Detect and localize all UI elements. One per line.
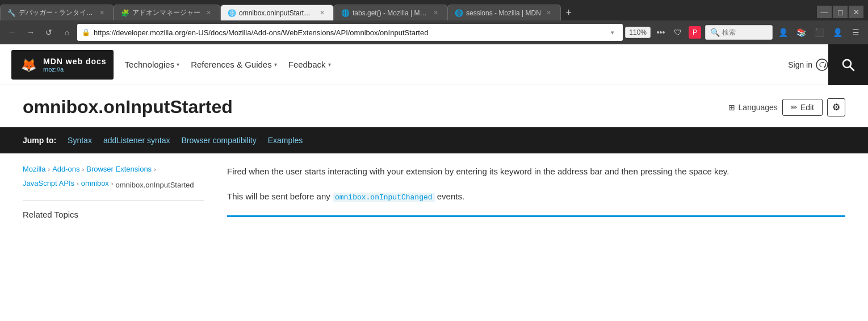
tab-4-icon: 🌐	[341, 9, 349, 17]
bookmarks-button[interactable]: 📚	[793, 24, 809, 40]
breadcrumb-js-apis[interactable]: JavaScript APIs	[23, 179, 74, 187]
github-icon	[816, 59, 828, 71]
nav-technologies-arrow: ▾	[177, 61, 179, 68]
paragraph2-before: This will be sent before any	[227, 191, 333, 201]
sign-in-button[interactable]: Sign in	[788, 59, 828, 71]
url-display: https://developer.mozilla.org/en-US/docs…	[94, 28, 603, 37]
user-icon-button[interactable]: 👤	[775, 24, 791, 40]
tab-1[interactable]: 🔧 デバッガー - ランタイム / this-firefc ✕	[0, 5, 114, 20]
url-dropdown-icon[interactable]: ▾	[607, 27, 618, 38]
jump-addlistener[interactable]: addListener syntax	[103, 136, 170, 145]
forward-button[interactable]: →	[23, 24, 39, 40]
jump-examples[interactable]: Examples	[268, 136, 303, 145]
breadcrumb-omnibox[interactable]: omnibox	[81, 179, 109, 187]
nav-technologies[interactable]: Technologies ▾	[125, 57, 180, 72]
omnibox-code-ref[interactable]: omnibox.onInputChanged	[333, 193, 435, 202]
content-area: Fired when the user starts interacting w…	[216, 165, 868, 219]
search-input[interactable]	[722, 28, 768, 36]
profile-button[interactable]: 👤	[829, 24, 845, 40]
tab-2-close[interactable]: ✕	[204, 9, 213, 18]
languages-grid-icon: ⊞	[728, 103, 735, 112]
mdn-navigation: Technologies ▾ References & Guides ▾ Fee…	[125, 57, 789, 72]
page-header: omnibox.onInputStarted ⊞ Languages ✏ Edi…	[0, 85, 868, 127]
window-controls: — ◻ ✕	[817, 6, 868, 20]
mdn-logo[interactable]: 🦊 MDN web docs moz://a	[11, 50, 114, 80]
back-icon: ←	[9, 28, 16, 37]
tab-5-close[interactable]: ✕	[544, 9, 553, 18]
back-button[interactable]: ←	[5, 24, 20, 40]
shield-button[interactable]: 🛡	[670, 24, 686, 40]
breadcrumb-arrow-3: ›	[154, 166, 156, 173]
mdn-logo-name: MDN web docs	[43, 57, 107, 66]
breadcrumb-arrow-5: ›	[111, 180, 114, 187]
nav-references[interactable]: References & Guides ▾	[191, 57, 277, 72]
home-button[interactable]: ⌂	[59, 24, 75, 40]
languages-button[interactable]: ⊞ Languages	[728, 103, 778, 112]
zoom-level: 110%	[625, 27, 651, 38]
breadcrumb-row-1: Mozilla › Add-ons › Browser Extensions ›	[23, 165, 156, 173]
page-title: omnibox.onInputStarted	[23, 97, 728, 118]
refresh-button[interactable]: ↺	[41, 24, 57, 40]
main-layout: Mozilla › Add-ons › Browser Extensions ›…	[0, 153, 868, 231]
header-search-button[interactable]	[828, 44, 868, 85]
tab-2[interactable]: 🧩 アドオンマネージャー ✕	[114, 5, 220, 20]
edit-label: Edit	[800, 103, 814, 112]
breadcrumb-browser-extensions[interactable]: Browser Extensions	[86, 165, 152, 173]
refresh-icon: ↺	[45, 28, 52, 37]
more-options-button[interactable]: •••	[653, 24, 669, 40]
sign-in-label: Sign in	[788, 60, 812, 69]
breadcrumb-arrow-4: ›	[77, 180, 79, 187]
pocket-button[interactable]: P	[687, 24, 703, 40]
tab-5[interactable]: 🌐 sessions - Mozilla | MDN ✕	[447, 5, 561, 20]
tab-1-icon: 🔧	[7, 9, 15, 17]
menu-button[interactable]: ☰	[848, 24, 863, 40]
header-right: Sign in	[788, 59, 828, 71]
settings-button[interactable]: ⚙	[827, 98, 845, 116]
tab-3[interactable]: 🌐 omnibox.onInputStarted - Moz ✕	[220, 5, 334, 20]
new-tab-button[interactable]: +	[561, 5, 577, 20]
tab-3-label: omnibox.onInputStarted - Moz	[239, 9, 314, 17]
tab-bar: 🔧 デバッガー - ランタイム / this-firefc ✕ 🧩 アドオンマネ…	[0, 0, 868, 20]
breadcrumb-mozilla[interactable]: Mozilla	[23, 165, 45, 173]
tab-1-close[interactable]: ✕	[97, 9, 106, 18]
edit-button[interactable]: ✏ Edit	[782, 99, 823, 116]
address-bar[interactable]: 🔒 https://developer.mozilla.org/en-US/do…	[77, 24, 623, 41]
profile-icon: 👤	[833, 28, 842, 37]
jump-compat[interactable]: Browser compatibility	[181, 136, 256, 145]
breadcrumb-arrow-1: ›	[48, 166, 50, 173]
nav-feedback-label: Feedback	[288, 60, 326, 69]
sidebar: Mozilla › Add-ons › Browser Extensions ›…	[0, 165, 216, 219]
hamburger-icon: ☰	[852, 28, 859, 37]
mdn-logo-text: MDN web docs moz://a	[43, 57, 107, 73]
nav-references-arrow: ▾	[274, 61, 277, 68]
related-topics-title: Related Topics	[23, 210, 204, 219]
close-window-button[interactable]: ✕	[849, 6, 863, 18]
sidebar-toggle-button[interactable]: ⬛	[811, 24, 827, 40]
breadcrumb: Mozilla › Add-ons › Browser Extensions ›…	[23, 165, 204, 191]
jump-syntax[interactable]: Syntax	[68, 136, 92, 145]
tab-5-label: sessions - Mozilla | MDN	[466, 9, 541, 17]
content-paragraph-1: Fired when the user starts interacting w…	[227, 165, 845, 178]
svg-text:🦊: 🦊	[21, 57, 37, 73]
tab-3-close[interactable]: ✕	[317, 9, 326, 18]
mdn-fox-logo: 🦊	[18, 55, 39, 75]
mdn-logo-subtitle: moz://a	[43, 66, 107, 73]
more-icon: •••	[657, 28, 665, 37]
tab-4-close[interactable]: ✕	[431, 9, 440, 18]
page-actions: ⊞ Languages ✏ Edit ⚙	[728, 98, 845, 116]
nav-technologies-label: Technologies	[125, 60, 175, 69]
tab-4[interactable]: 🌐 tabs.get() - Mozilla | MDN ✕	[334, 5, 447, 20]
minimize-button[interactable]: —	[817, 6, 832, 18]
nav-feedback[interactable]: Feedback ▾	[288, 57, 331, 72]
browser-search-bar[interactable]: 🔍	[705, 25, 773, 40]
settings-gear-icon: ⚙	[832, 102, 840, 112]
mdn-header: 🦊 MDN web docs moz://a Technologies ▾ Re…	[0, 44, 868, 85]
toolbar-extra: ••• 🛡 P	[653, 24, 703, 40]
content-paragraph-2: This will be sent before any omnibox.onI…	[227, 190, 845, 204]
browser-chrome: 🔧 デバッガー - ランタイム / this-firefc ✕ 🧩 アドオンマネ…	[0, 0, 868, 44]
forward-icon: →	[27, 28, 35, 37]
breadcrumb-addons[interactable]: Add-ons	[52, 165, 79, 173]
languages-label: Languages	[739, 103, 778, 112]
restore-button[interactable]: ◻	[833, 6, 848, 18]
breadcrumb-current: omnibox.onInputStarted	[116, 181, 194, 189]
